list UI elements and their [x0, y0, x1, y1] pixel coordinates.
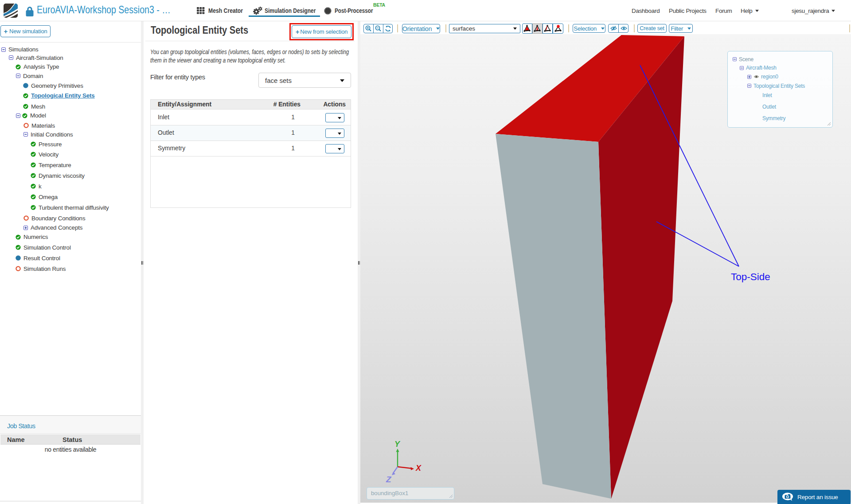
svg-text:X: X: [415, 464, 422, 473]
svg-text:Top-Side: Top-Side: [731, 271, 770, 282]
svg-text:Y: Y: [394, 440, 401, 449]
svg-text:Z: Z: [386, 475, 392, 484]
